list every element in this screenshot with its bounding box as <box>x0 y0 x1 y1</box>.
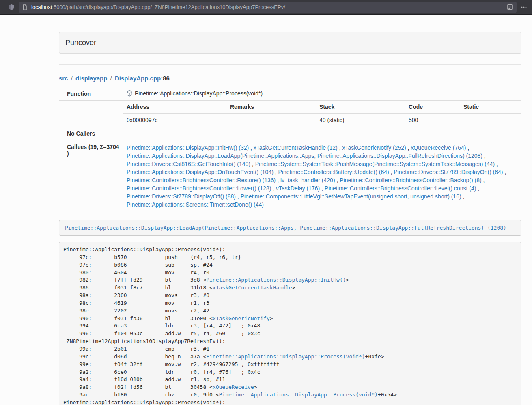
callee-link[interactable]: Pinetime::Controllers::Battery::Update()… <box>278 169 389 175</box>
breadcrumb-link[interactable]: displayapp <box>75 75 107 82</box>
url-text: localhost:5000/path/src/displayapp/Displ… <box>31 4 503 10</box>
callee-link[interactable]: Pinetime::Applications::DisplayApp::Init… <box>127 144 249 151</box>
callee-link[interactable]: Pinetime::System::SystemTask::PushMessag… <box>255 161 495 167</box>
remarks-value <box>226 113 315 127</box>
loadapp-link[interactable]: Pinetime::Applications::DisplayApp::Load… <box>65 225 506 231</box>
callee-link[interactable]: Pinetime::Drivers::St7789::DisplayOn() (… <box>394 169 503 175</box>
column-header-static: Static <box>459 101 521 113</box>
disasm-symbol-link[interactable]: Pinetime::Applications::DisplayApp::Proc… <box>206 353 365 360</box>
puncover-panel: Puncover <box>59 32 521 54</box>
breadcrumb: src / displayapp / DisplayApp.cpp:86 <box>59 75 521 82</box>
code-value: 500 <box>405 113 459 127</box>
callees-list: Pinetime::Applications::DisplayApp::Init… <box>127 143 517 209</box>
column-header-stack: Stack <box>315 101 405 113</box>
column-header-code: Code <box>405 101 459 113</box>
callee-link[interactable]: Pinetime::Controllers::BrightnessControl… <box>340 177 481 183</box>
tracking-protection-shield-icon[interactable] <box>8 4 15 11</box>
disasm-symbol-link[interactable]: xTaskGetCurrentTaskHandle <box>213 284 292 291</box>
breadcrumb-separator: / <box>68 75 76 82</box>
callees-label: Callees (19, Σ=3704 ) <box>59 140 123 212</box>
column-header-address: Address <box>123 101 226 113</box>
no-callers-label: No Callers <box>59 127 123 140</box>
address-value: 0x0000097c <box>123 113 226 127</box>
callee-link[interactable]: Pinetime::Controllers::BrightnessControl… <box>325 185 476 192</box>
callee-link[interactable]: Pinetime::Drivers::St7789::DisplayOff() … <box>127 193 236 200</box>
page-title: Puncover <box>65 39 96 47</box>
breadcrumb-line-number: 86 <box>163 75 170 82</box>
disasm-symbol-link[interactable]: xQueueReceive <box>213 384 254 390</box>
function-row: Function Pinetime::Applications::Display… <box>59 87 521 101</box>
callee-link[interactable]: xTaskGetCurrentTaskHandle (12) <box>254 144 338 151</box>
disassembly-block: Pinetime::Applications::DisplayApp::Proc… <box>59 242 521 405</box>
function-row-label: Function <box>59 87 123 101</box>
page-actions-menu-icon[interactable] <box>521 4 527 11</box>
disasm-symbol-link[interactable]: Pinetime::Applications::DisplayApp::Init… <box>206 277 346 283</box>
puncover-page: Puncover src / displayapp / DisplayApp.c… <box>0 32 532 405</box>
breadcrumb-separator: / <box>107 75 115 82</box>
callee-link[interactable]: Pinetime::Applications::Screens::Timer::… <box>127 201 264 208</box>
disasm-symbol-link[interactable]: xTaskGenericNotify <box>213 315 270 321</box>
static-value <box>459 113 521 127</box>
callee-link[interactable]: Pinetime::Controllers::BrightnessControl… <box>127 185 271 192</box>
page-info-icon[interactable] <box>22 4 28 10</box>
function-name: Pinetime::Applications::DisplayApp::Proc… <box>135 90 263 97</box>
stack-value: 40 (static) <box>315 113 405 127</box>
disasm-symbol-link[interactable]: Pinetime::Applications::DisplayApp::Proc… <box>219 392 378 398</box>
function-detail-table: Address Remarks Stack Code Static 0x0000… <box>123 101 521 127</box>
callee-link[interactable]: xTaskGenericNotify (252) <box>342 144 406 151</box>
callee-link[interactable]: Pinetime::Applications::DisplayApp::OnTo… <box>127 169 274 175</box>
callees-row: Callees (19, Σ=3704 ) Pinetime::Applicat… <box>59 140 521 212</box>
breadcrumb-link[interactable]: src <box>59 75 68 82</box>
divider <box>59 64 521 65</box>
breadcrumb-link[interactable]: DisplayApp.cpp: <box>115 75 163 82</box>
callee-link[interactable]: Pinetime::Components::LittleVgl::SetNewT… <box>241 193 461 200</box>
url-path: :5000/path/src/displayapp/DisplayApp.cpp… <box>52 4 285 10</box>
no-callers-row: No Callers <box>59 127 521 140</box>
callee-link[interactable]: xQueueReceive (764) <box>411 144 466 151</box>
function-detail-row: Address Remarks Stack Code Static 0x0000… <box>59 101 521 127</box>
function-values-row: 0x0000097c 40 (static) 500 <box>123 113 521 127</box>
url-bar[interactable]: localhost:5000/path/src/displayapp/Displ… <box>19 2 517 13</box>
browser-toolbar: localhost:5000/path/src/displayapp/Displ… <box>0 0 532 15</box>
reader-view-icon[interactable] <box>507 4 513 10</box>
callee-link[interactable]: vTaskDelay (176) <box>276 185 320 192</box>
function-table: Function Pinetime::Applications::Display… <box>59 87 521 211</box>
callee-link[interactable]: Pinetime::Applications::DisplayApp::Load… <box>127 153 482 159</box>
column-header-remarks: Remarks <box>226 101 315 113</box>
callee-link[interactable]: lv_task_handler (420) <box>280 177 335 183</box>
loadapp-highlight-box: Pinetime::Applications::DisplayApp::Load… <box>59 220 521 236</box>
function-cube-icon <box>127 90 132 97</box>
url-host: localhost <box>31 4 52 10</box>
callee-link[interactable]: Pinetime::Controllers::BrightnessControl… <box>127 177 276 183</box>
callee-link[interactable]: Pinetime::Drivers::Cst816S::GetTouchInfo… <box>127 161 250 167</box>
